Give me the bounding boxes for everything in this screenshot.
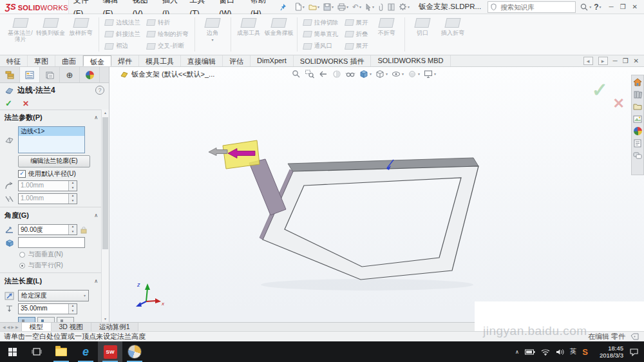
- button-rip[interactable]: 切口: [408, 15, 438, 53]
- nav-prev-icon[interactable]: ◀: [7, 325, 10, 329]
- tab-property-manager[interactable]: [20, 67, 40, 82]
- button-extruded-cut[interactable]: 拉伸切除: [303, 18, 339, 27]
- section-flange-parameters[interactable]: 法兰参数(P) ∧: [0, 110, 102, 124]
- tab-feature-manager[interactable]: [0, 67, 20, 82]
- tab-scroll-left-button[interactable]: ◀: [583, 57, 593, 65]
- file-explorer-taskbar-button[interactable]: [49, 341, 73, 362]
- section-angle[interactable]: 角度(G) ∧: [0, 207, 102, 222]
- taskbar-clock[interactable]: 18:45 2018/3/3: [594, 345, 623, 359]
- cancel-button[interactable]: ✕: [23, 100, 29, 108]
- button-convert-to-sheet-metal[interactable]: 转换到钣金: [35, 15, 66, 53]
- face-selection-field[interactable]: [18, 237, 85, 248]
- previous-view-button[interactable]: [318, 69, 328, 79]
- tab-direct-editing[interactable]: 直接编辑: [181, 55, 223, 66]
- button-miter-flange[interactable]: 斜接法兰: [105, 30, 140, 39]
- edit-flange-profile-button[interactable]: 编辑法兰轮廓(E): [18, 155, 90, 167]
- zoom-to-fit-button[interactable]: [291, 69, 301, 79]
- button-base-flange-tab[interactable]: 基体法兰/薄片: [5, 15, 35, 53]
- search-input[interactable]: [499, 3, 573, 12]
- edge-selection-listbox[interactable]: 边线<1>: [18, 126, 85, 153]
- view-palette-icon[interactable]: [633, 114, 643, 124]
- select-button[interactable]: ▾: [364, 3, 375, 12]
- new-document-button[interactable]: ▾: [294, 2, 306, 12]
- tab-evaluate[interactable]: 评估: [223, 55, 251, 66]
- graphics-viewport[interactable]: x z 钣金支架 (默认<<默认>_... ▾ ▾ ▾ ▾ ▾ ✓ ✕: [109, 67, 644, 322]
- tab-weldments[interactable]: 焊件: [111, 55, 139, 66]
- speaker-icon[interactable]: [556, 348, 564, 356]
- home-icon[interactable]: [633, 77, 643, 87]
- tab-scroll-right-button[interactable]: ▶: [598, 57, 608, 65]
- solidworks-taskbar-button[interactable]: SW: [98, 341, 122, 362]
- edit-appearance-button[interactable]: ▾: [407, 69, 420, 79]
- custom-properties-icon[interactable]: [633, 138, 643, 148]
- section-flange-length[interactable]: 法兰长度(L) ∧: [0, 273, 102, 288]
- ok-button[interactable]: ✓: [5, 99, 12, 108]
- flange-position-bend-outside-button[interactable]: [57, 317, 74, 322]
- view-settings-glasses-icon[interactable]: [345, 69, 355, 79]
- tab-motion-study[interactable]: 运动算例1: [91, 323, 138, 331]
- appearances-icon[interactable]: [633, 126, 643, 136]
- start-button[interactable]: [0, 341, 24, 362]
- search-button[interactable]: ▾: [578, 2, 592, 12]
- tab-mold-tools[interactable]: 模具工具: [139, 55, 181, 66]
- angle-field[interactable]: 90.00度 ▲▼: [18, 224, 77, 235]
- game-app-taskbar-button[interactable]: [122, 341, 147, 362]
- depth-spinner[interactable]: ▲▼: [68, 304, 77, 314]
- button-unfold[interactable]: 展开: [345, 18, 368, 27]
- hide-show-items-button[interactable]: ▾: [391, 69, 404, 79]
- file-explorer-icon[interactable]: [633, 102, 643, 111]
- tab-dimxpert-manager[interactable]: ⊕: [60, 67, 80, 82]
- button-sheet-metal-gusset[interactable]: 钣金角撑板: [264, 15, 294, 53]
- button-flatten[interactable]: 展开: [345, 42, 368, 51]
- help-button[interactable]: ?▾: [592, 2, 602, 12]
- tab-sheet-metal[interactable]: 钣金: [83, 55, 111, 66]
- undo-button[interactable]: ↶▾: [351, 2, 363, 12]
- tray-chevron-icon[interactable]: ∧: [515, 349, 519, 355]
- confirmation-corner-cancel[interactable]: ✕: [613, 95, 625, 112]
- button-sketched-bend[interactable]: 绘制的折弯: [147, 30, 189, 39]
- tab-sketch[interactable]: 草图: [28, 55, 55, 66]
- tab-dimxpert[interactable]: DimXpert: [251, 55, 294, 66]
- status-tag-icon[interactable]: [630, 333, 639, 340]
- pin-menu-icon[interactable]: [280, 3, 287, 11]
- flange-position-material-outside-button[interactable]: [37, 317, 55, 322]
- use-default-radius-checkbox[interactable]: ✓: [18, 170, 26, 178]
- radio-parallel-to-face[interactable]: 与面平行(R): [19, 261, 102, 270]
- button-jog[interactable]: 转折: [147, 18, 189, 27]
- flange-position-material-inside-button[interactable]: [18, 317, 35, 322]
- task-view-button[interactable]: [24, 341, 49, 362]
- bend-radius-field[interactable]: 1.00mm ▲▼: [18, 180, 77, 191]
- file-properties-button[interactable]: [386, 3, 396, 12]
- action-center-icon[interactable]: [629, 348, 639, 356]
- edge-taskbar-button[interactable]: e: [73, 341, 98, 362]
- scroll-down-icon[interactable]: ▼: [102, 317, 109, 321]
- button-corner[interactable]: 边角▾: [198, 15, 228, 53]
- tab-surfaces[interactable]: 曲面: [55, 55, 83, 66]
- close-button[interactable]: ✕: [632, 3, 638, 10]
- tab-3d-views[interactable]: 3D 视图: [52, 323, 91, 331]
- display-style-button[interactable]: ▾: [375, 69, 388, 79]
- bend-radius-spinner[interactable]: ▲▼: [68, 181, 77, 191]
- view-settings-button[interactable]: ▾: [423, 69, 436, 79]
- save-button[interactable]: ▾: [322, 3, 335, 12]
- view-orientation-button[interactable]: ▾: [359, 69, 372, 79]
- button-hem[interactable]: 褶边: [105, 42, 140, 51]
- battery-icon[interactable]: [525, 349, 535, 355]
- zoom-to-area-button[interactable]: [305, 69, 315, 79]
- scrollbar-thumb[interactable]: [102, 117, 108, 249]
- panel-scrollbar[interactable]: ▲ ▼: [101, 110, 109, 322]
- angle-spinner[interactable]: ▲▼: [68, 225, 77, 234]
- open-document-button[interactable]: ▾: [307, 3, 321, 11]
- document-tab[interactable]: 钣金支架 (默认<<默认>_...: [120, 70, 214, 79]
- ime-indicator[interactable]: 英: [570, 347, 577, 356]
- doc-restore-button[interactable]: ❐: [623, 57, 629, 64]
- button-insert-bends[interactable]: 插入折弯: [438, 15, 468, 53]
- restore-button[interactable]: ❐: [620, 3, 626, 10]
- nav-last-icon[interactable]: ▶: [15, 325, 19, 329]
- section-view-button[interactable]: [332, 69, 342, 79]
- confirmation-corner-ok[interactable]: ✓: [592, 79, 608, 101]
- knowledge-search-box[interactable]: [488, 1, 576, 13]
- button-forming-tool[interactable]: 成形工具: [234, 15, 264, 53]
- radio-perpendicular-to-face[interactable]: 与面垂直(N): [19, 250, 102, 259]
- doc-minimize-button[interactable]: ─: [613, 57, 618, 64]
